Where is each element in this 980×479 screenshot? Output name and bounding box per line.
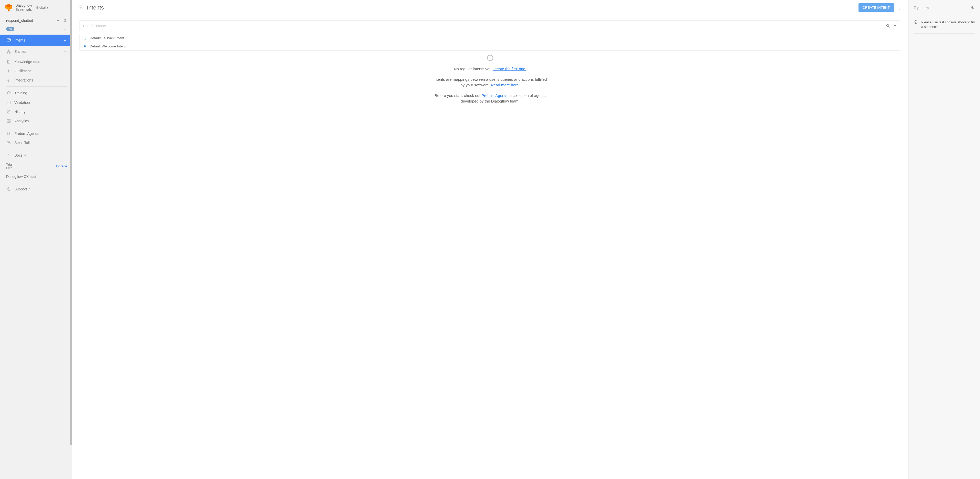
nav-label-fulfillment: Fulfillment [14, 69, 31, 73]
info-icon [913, 20, 918, 29]
external-link-icon: ↗ [28, 188, 30, 191]
nav-item-prebuilt-agents[interactable]: Prebuilt Agents [0, 129, 72, 138]
nav-label-entities: Entities [14, 49, 26, 54]
intent-name: Default Fallback Intent [90, 36, 124, 40]
try-it-now-input[interactable] [913, 6, 970, 10]
empty-text-line3: Before you start, check out [435, 93, 482, 98]
nav-label-history: History [14, 110, 25, 114]
read-more-link[interactable]: Read more here [491, 83, 519, 87]
nav-item-docs[interactable]: Docs ↗ [0, 151, 72, 160]
nav-label-cx: Dialogflow CX [6, 175, 29, 179]
svg-rect-12 [7, 101, 10, 104]
info-circle-icon [487, 54, 493, 61]
nav-item-training[interactable]: Training [0, 88, 72, 98]
chevron-right-icon [6, 153, 11, 157]
plan-free-label: Free [6, 166, 13, 170]
nav-divider [6, 127, 67, 127]
sidebar: Dialogflow Essentials Global ▾ respond_c… [0, 0, 72, 479]
filter-icon[interactable] [893, 24, 897, 28]
language-row: en ＋ [0, 24, 72, 35]
test-console-panel: Please use test console above to try a s… [908, 0, 980, 479]
agent-name[interactable]: respond_chatbot [6, 19, 57, 22]
svg-rect-8 [8, 50, 9, 51]
create-first-intent-link[interactable]: Create the first one. [493, 67, 527, 71]
nav-label-prebuilt: Prebuilt Agents [14, 132, 38, 135]
svg-point-23 [886, 24, 889, 27]
nav-item-validation[interactable]: Validation [0, 98, 72, 107]
intent-item-welcome[interactable]: Default Welcome Intent [80, 42, 901, 50]
nav-divider [6, 86, 67, 87]
intents-header-icon [78, 5, 84, 11]
nav: Intents ＋ Entities ＋ Knowledge [beta] [0, 35, 72, 479]
empty-line2-suffix: . [519, 83, 520, 87]
nav-item-integrations[interactable]: Integrations [0, 76, 72, 85]
agent-dropdown-caret[interactable]: ▾ [57, 19, 59, 22]
nav-label-intents: Intents [14, 38, 25, 42]
svg-point-20 [80, 7, 80, 8]
nav-label-integrations: Integrations [14, 78, 33, 82]
training-icon [6, 91, 11, 95]
svg-rect-10 [10, 53, 10, 53]
empty-text-line1: No regular intents yet. [454, 67, 493, 71]
nav-label-knowledge: Knowledge [14, 60, 32, 64]
sidebar-scrollbar[interactable] [70, 0, 72, 446]
svg-point-5 [8, 40, 8, 40]
small-talk-icon [6, 141, 11, 145]
svg-rect-15 [8, 132, 10, 135]
main-header: Intents CREATE INTENT ⋮ [72, 0, 908, 15]
nav-item-entities[interactable]: Entities ＋ [0, 46, 72, 57]
svg-marker-3 [8, 10, 10, 11]
region-label: Global [36, 6, 46, 10]
intents-icon [6, 38, 11, 43]
svg-point-7 [9, 40, 10, 40]
nav-item-history[interactable]: History [0, 107, 72, 116]
intent-item-fallback[interactable]: Default Fallback Intent [80, 34, 901, 42]
agent-settings-gear-icon[interactable] [62, 18, 67, 23]
nav-item-knowledge[interactable]: Knowledge [beta] [0, 57, 72, 66]
svg-point-21 [81, 7, 81, 8]
svg-rect-11 [8, 60, 10, 63]
search-input[interactable] [83, 24, 883, 28]
caret-down-icon: ▾ [47, 6, 48, 10]
brand-line2: Essentials [15, 8, 32, 11]
page-title: Intents [87, 4, 104, 11]
more-options-icon[interactable]: ⋮ [897, 5, 902, 11]
svg-rect-9 [7, 53, 8, 53]
language-badge[interactable]: en [6, 27, 14, 31]
nav-item-support[interactable]: Support ↗ [0, 185, 72, 194]
plan-trial-label: Trial [6, 162, 13, 166]
add-entity-plus-icon[interactable]: ＋ [62, 48, 67, 54]
agent-selector-row: respond_chatbot ▾ [0, 15, 72, 24]
fallback-bookmark-icon [83, 37, 87, 40]
nav-divider [6, 183, 67, 183]
nav-item-analytics[interactable]: Analytics [0, 116, 72, 126]
fulfillment-icon [6, 69, 11, 73]
region-select[interactable]: Global ▾ [36, 6, 48, 10]
nav-item-fulfillment[interactable]: Fulfillment [0, 66, 72, 76]
nav-label-docs: Docs [14, 153, 22, 158]
svg-point-6 [8, 40, 9, 40]
upgrade-link[interactable]: Upgrade [54, 164, 67, 168]
nav-item-dialogflow-cx[interactable]: Dialogflow CX [new] [0, 170, 72, 181]
search-icon[interactable] [886, 24, 890, 28]
nav-label-support: Support [14, 187, 27, 191]
knowledge-beta-badge: [beta] [33, 60, 40, 63]
microphone-icon[interactable] [970, 5, 975, 10]
nav-label-validation: Validation [14, 100, 30, 105]
add-language-button[interactable]: ＋ [62, 26, 67, 32]
test-console-hint: Please use test console above to try a s… [913, 20, 975, 33]
dialogflow-logo-icon [5, 3, 13, 12]
nav-label-training: Training [14, 91, 27, 95]
intent-list: Default Fallback Intent Default Welcome … [79, 34, 901, 51]
prebuilt-agents-link[interactable]: Prebuilt Agents [481, 93, 507, 98]
nav-item-small-talk[interactable]: Small Talk [0, 138, 72, 147]
nav-item-intents[interactable]: Intents ＋ [0, 35, 72, 46]
search-box [79, 21, 901, 31]
logo[interactable]: Dialogflow Essentials [5, 3, 32, 12]
plan-row: Trial Free Upgrade [0, 160, 72, 170]
analytics-icon [6, 119, 11, 123]
create-intent-button[interactable]: CREATE INTENT [859, 3, 894, 12]
main-content: Intents CREATE INTENT ⋮ Default Fa [72, 0, 908, 479]
add-intent-plus-icon[interactable]: ＋ [62, 37, 67, 43]
welcome-dot-icon [84, 45, 86, 48]
